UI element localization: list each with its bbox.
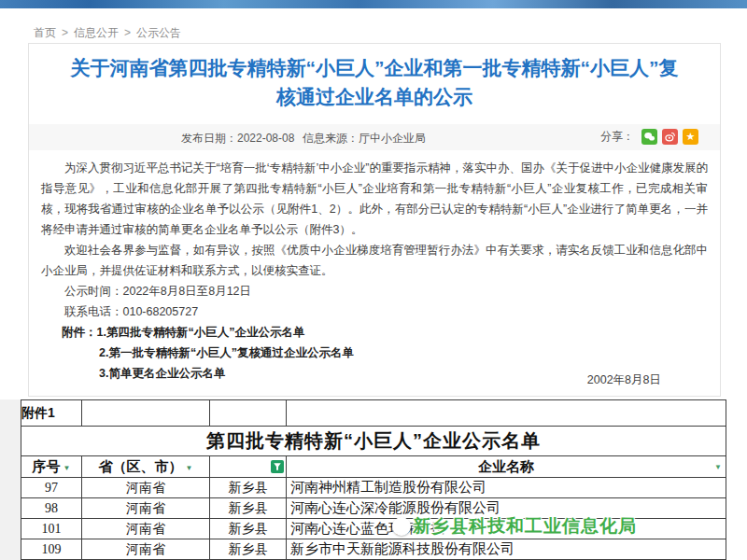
breadcrumb-separator: > — [124, 26, 131, 39]
header-company-name: 企业名称▼ — [287, 456, 726, 478]
info-source-label: 信息来源： — [303, 132, 359, 145]
article-paragraph-2: 欢迎社会各界参与监督，如有异议，按照《优质中小企业梯度培育管理暂行办法》中有关要… — [41, 240, 708, 281]
header-province: 省（区、市）▼ — [82, 456, 210, 478]
cell-province: 河南省 — [82, 498, 210, 519]
info-source-value: 厅中小企业局 — [359, 132, 426, 145]
page-title: 关于河南省第四批专精特新“小巨人”企业和第一批专精特新“小巨人”复核通过企业名单… — [64, 53, 684, 111]
watermark-logo-icon — [392, 517, 411, 536]
contact-phone: 联系电话：010-68205727 — [41, 301, 708, 322]
attachment-item-1: 1.第四批专精特新“小巨人”企业公示名单 — [97, 326, 305, 339]
weibo-glyph — [664, 131, 676, 143]
header-serial-number: 序号▼ — [21, 456, 82, 478]
header-county-filtered — [210, 456, 287, 478]
breadcrumb-separator: > — [62, 26, 68, 39]
table-row: 97 河南省 新乡县 河南神州精工制造股份有限公司 — [21, 478, 726, 498]
attachment1-label-cell: 附件1 — [21, 400, 82, 427]
filter-dropdown-icon[interactable]: ▼ — [714, 463, 722, 471]
breadcrumb-announcements[interactable]: 公示公告 — [136, 26, 181, 39]
cell-county: 新乡县 — [210, 539, 287, 560]
active-filter-funnel-icon[interactable] — [271, 460, 284, 473]
table-title-row: 第四批专精特新“小巨人”企业公示名单 — [21, 427, 726, 456]
table-row: 109 河南省 新乡县 新乡市中天新能源科技股份有限公司 — [21, 539, 726, 560]
table-title: 第四批专精特新“小巨人”企业公示名单 — [21, 427, 726, 456]
cell-serial: 98 — [21, 498, 82, 519]
cell-serial: 101 — [21, 519, 82, 539]
table-header-row: 序号▼ 省（区、市）▼ 企业名称▼ — [21, 456, 726, 478]
wechat-share-icon[interactable] — [641, 129, 657, 145]
watermark-text: 新乡县科技和工业信息化局 — [413, 514, 637, 539]
attachment-label-row: 附件1 — [21, 400, 726, 427]
breadcrumb-info-disclosure[interactable]: 信息公开 — [74, 26, 119, 39]
header-company-label: 企业名称 — [478, 459, 534, 474]
cell-province: 河南省 — [82, 519, 210, 539]
empty-highlight-cell — [287, 400, 726, 427]
publish-date-label: 发布日期： — [181, 132, 237, 145]
article-meta-bar: 发布日期：2022-08-08 信息来源：厅中小企业局 分享： ★ — [29, 124, 720, 150]
header-serial-label: 序号 — [33, 459, 61, 474]
cell-province: 河南省 — [82, 539, 210, 560]
article-container: 关于河南省第四批专精特新“小巨人”企业和第一批专精特新“小巨人”复核通过企业名单… — [28, 43, 721, 397]
attachment-item-3: 3.简单更名企业公示名单 — [99, 363, 225, 384]
article-paragraph-1: 为深入贯彻习近平总书记关于“培育一批‘专精特新’中小企业”的重要指示精神，落实中… — [41, 158, 708, 240]
publish-date-value: 2022-08-08 — [237, 132, 294, 145]
attachment-line-1: 附件：1.第四批专精特新“小巨人”企业公示名单 — [62, 322, 304, 343]
info-source: 信息来源：厅中小企业局 — [303, 131, 426, 147]
agency-watermark: 新乡县科技和工业信息化局 — [392, 514, 637, 539]
cell-county: 新乡县 — [210, 519, 287, 539]
spreadsheet-gutter — [0, 399, 21, 560]
header-province-label: 省（区、市） — [99, 459, 183, 474]
filter-dropdown-icon[interactable]: ▼ — [63, 464, 71, 472]
cell-company: 新乡市中天新能源科技股份有限公司 — [287, 539, 726, 560]
empty-cell — [210, 400, 287, 427]
share-label: 分享： — [600, 129, 634, 145]
cell-county: 新乡县 — [210, 478, 287, 498]
publish-date: 发布日期：2022-08-08 — [181, 131, 294, 147]
attachment-item-2: 2.第一批专精特新“小巨人”复核通过企业公示名单 — [99, 343, 354, 363]
top-nav-bar — [0, 0, 747, 8]
attachment-label: 附件： — [62, 326, 97, 339]
favorite-share-icon[interactable]: ★ — [683, 129, 698, 145]
star-icon: ★ — [686, 129, 696, 145]
breadcrumb: 首页>信息公开>公示公告 — [34, 25, 181, 41]
cell-company: 河南神州精工制造股份有限公司 — [287, 478, 726, 498]
breadcrumb-home[interactable]: 首页 — [34, 26, 56, 39]
share-group: 分享： ★ — [600, 129, 698, 145]
weibo-share-icon[interactable] — [662, 129, 678, 145]
empty-cell — [82, 400, 210, 427]
cell-serial: 97 — [21, 478, 82, 498]
cell-serial: 109 — [21, 539, 82, 560]
filter-dropdown-icon[interactable]: ▼ — [186, 464, 193, 472]
wechat-bubble-glyph — [643, 131, 655, 143]
public-notice-period: 公示时间：2022年8月8日至8月12日 — [41, 281, 708, 301]
document-date: 2002年8月8日 — [587, 372, 661, 388]
cell-county: 新乡县 — [210, 498, 287, 519]
cell-province: 河南省 — [82, 478, 210, 498]
funnel-glyph — [273, 462, 282, 471]
